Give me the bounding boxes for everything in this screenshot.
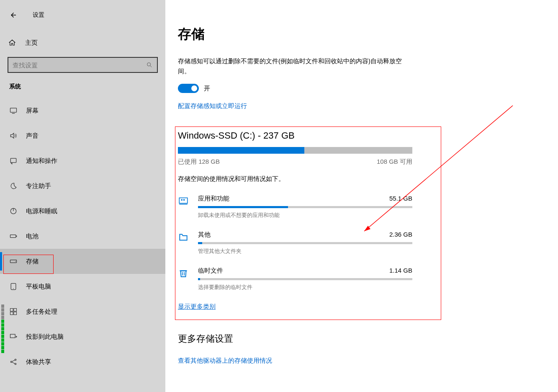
svg-rect-15 — [10, 312, 13, 315]
moon-icon — [9, 182, 18, 190]
sidebar-item-label: 电池 — [26, 232, 39, 240]
sound-icon — [9, 132, 18, 140]
sidebar-item-label: 专注助手 — [26, 182, 51, 190]
group-title: 系统 — [0, 73, 165, 98]
svg-rect-14 — [14, 309, 17, 312]
drive-section: Windows-SSD (C:) - 237 GB 已使用 128 GB 108… — [178, 130, 412, 311]
category-bar — [198, 242, 412, 244]
sidebar-item-share[interactable]: 体验共享 — [0, 349, 165, 374]
svg-rect-7 — [10, 235, 16, 238]
sidebar-item-notification[interactable]: 通知和操作 — [0, 148, 165, 173]
storage-icon — [9, 257, 18, 266]
multitask-icon — [9, 307, 18, 316]
sidebar-item-multitask[interactable]: 多任务处理 — [0, 299, 165, 324]
svg-rect-16 — [14, 312, 17, 315]
category-name: 其他 — [198, 231, 211, 239]
folder-icon — [178, 232, 190, 243]
svg-point-18 — [10, 361, 12, 362]
category-desc: 卸载未使用或不想要的应用和功能 — [198, 211, 412, 219]
trash-icon — [178, 268, 190, 279]
back-button[interactable] — [8, 9, 19, 21]
home-icon — [8, 39, 17, 46]
sidebar-item-label: 电源和睡眠 — [26, 207, 57, 215]
svg-rect-8 — [16, 235, 17, 237]
svg-rect-26 — [183, 199, 185, 201]
sidebar-item-sound[interactable]: 声音 — [0, 123, 165, 148]
search-icon — [146, 62, 153, 68]
sidebar-item-label: 体验共享 — [26, 358, 51, 366]
show-more-link[interactable]: 显示更多类别 — [178, 303, 216, 311]
category-size: 55.1 GB — [389, 195, 412, 203]
home-label: 主页 — [25, 39, 38, 47]
svg-line-22 — [12, 362, 15, 364]
svg-point-0 — [147, 63, 151, 66]
sidebar-item-home[interactable]: 主页 — [0, 33, 165, 53]
search-input[interactable] — [13, 62, 146, 69]
category-desc: 管理其他大文件夹 — [198, 248, 412, 255]
sidebar-item-label: 平板电脑 — [26, 283, 51, 291]
category-desc: 选择要删除的临时文件 — [198, 284, 412, 291]
power-icon — [9, 207, 18, 215]
main-content: 存储 存储感知可以通过删除不需要的文件(例如临时文件和回收站中的内容)自动释放空… — [165, 0, 558, 392]
storage-category-folder[interactable]: 其他2.36 GB管理其他大文件夹 — [178, 231, 412, 255]
configure-link[interactable]: 配置存储感知或立即运行 — [178, 102, 247, 110]
svg-point-10 — [15, 261, 16, 262]
more-settings-title: 更多存储设置 — [178, 333, 545, 345]
sidebar-item-label: 声音 — [26, 132, 39, 140]
page-desc: 存储感知可以通过删除不需要的文件(例如临时文件和回收站中的内容)自动释放空间。 — [178, 56, 412, 76]
category-name: 临时文件 — [198, 267, 223, 275]
battery-icon — [9, 232, 18, 240]
share-icon — [9, 358, 18, 366]
arrow-left-icon — [10, 11, 17, 19]
notification-icon — [9, 157, 18, 165]
svg-rect-13 — [10, 309, 13, 312]
drive-title: Windows-SSD (C:) - 237 GB — [178, 130, 412, 141]
svg-point-19 — [15, 359, 16, 360]
category-bar — [198, 206, 412, 208]
search-box[interactable] — [8, 57, 158, 73]
sidebar-item-label: 屏幕 — [26, 107, 39, 115]
sidebar-item-display[interactable]: 屏幕 — [0, 98, 165, 123]
display-icon — [9, 106, 18, 115]
svg-rect-17 — [10, 334, 15, 338]
sidebar: 设置 主页 系统 屏幕声音通知和操作专注助手电源和睡眠电池存储平板电脑多任务处理… — [0, 0, 165, 392]
storage-category-trash[interactable]: 临时文件1.14 GB选择要删除的临时文件 — [178, 267, 412, 291]
category-bar — [198, 278, 412, 280]
drive-used-label: 已使用 128 GB — [178, 158, 220, 166]
page-title: 存储 — [178, 25, 545, 44]
storage-category-apps[interactable]: 应用和功能55.1 GB卸载未使用或不想要的应用和功能 — [178, 195, 412, 219]
svg-line-1 — [150, 66, 152, 67]
svg-point-20 — [15, 363, 16, 364]
sidebar-item-battery[interactable]: 电池 — [0, 224, 165, 249]
nav-list: 屏幕声音通知和操作专注助手电源和睡眠电池存储平板电脑多任务处理投影到此电脑体验共… — [0, 98, 165, 374]
svg-point-12 — [13, 288, 14, 289]
sidebar-item-power[interactable]: 电源和睡眠 — [0, 199, 165, 224]
sidebar-item-label: 通知和操作 — [26, 157, 57, 165]
sidebar-item-storage[interactable]: 存储 — [0, 249, 165, 274]
sidebar-item-tablet[interactable]: 平板电脑 — [0, 274, 165, 299]
category-name: 应用和功能 — [198, 195, 229, 203]
drive-free-label: 108 GB 可用 — [377, 158, 412, 166]
category-size: 2.36 GB — [389, 231, 412, 239]
toggle-label: 开 — [204, 85, 210, 93]
sidebar-item-project[interactable]: 投影到此电脑 — [0, 324, 165, 349]
tablet-icon — [9, 282, 18, 291]
svg-rect-2 — [10, 108, 17, 112]
drive-usage-bar — [178, 147, 412, 154]
drive-usage-desc: 存储空间的使用情况和可用情况如下。 — [178, 175, 412, 183]
svg-rect-4 — [10, 158, 16, 162]
svg-rect-25 — [181, 199, 183, 201]
storage-sense-toggle[interactable] — [178, 84, 199, 93]
sidebar-item-moon[interactable]: 专注助手 — [0, 173, 165, 199]
sidebar-item-label: 投影到此电脑 — [26, 333, 64, 341]
apps-icon — [178, 196, 190, 207]
svg-line-21 — [12, 360, 15, 361]
app-title: 设置 — [33, 11, 44, 19]
sidebar-item-label: 多任务处理 — [26, 308, 57, 316]
category-size: 1.14 GB — [389, 267, 412, 275]
sidebar-item-label: 存储 — [26, 258, 39, 266]
project-icon — [9, 333, 18, 341]
battery-meter-decoration — [1, 304, 4, 353]
other-drives-link[interactable]: 查看其他驱动器上的存储使用情况 — [178, 357, 272, 365]
